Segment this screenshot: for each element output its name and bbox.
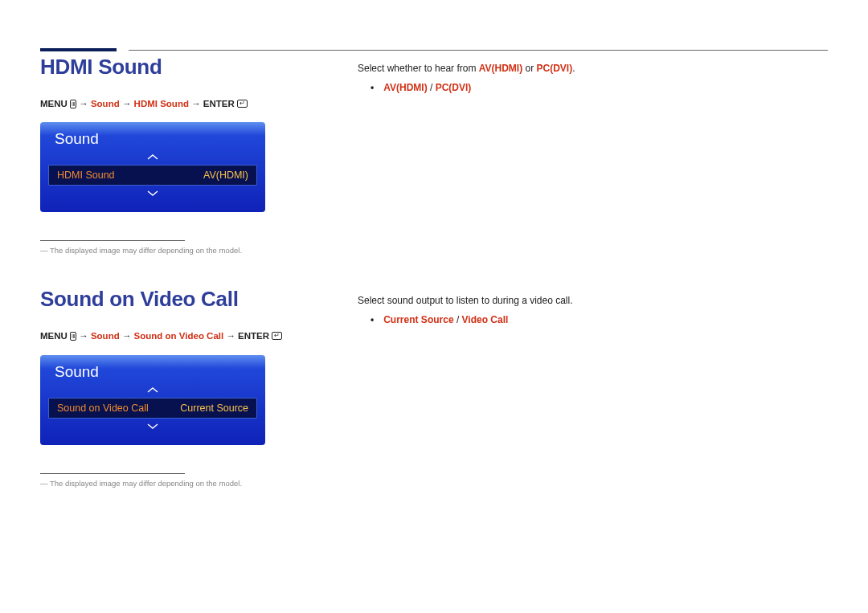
arrow-icon: →: [122, 99, 132, 108]
breadcrumb-enter-label: ENTER: [203, 99, 235, 108]
section-title-hdmi-sound: HDMI Sound: [40, 55, 358, 80]
footnote-video-call: ― The displayed image may differ dependi…: [40, 479, 358, 488]
footnote-text: The displayed image may differ depending…: [50, 246, 242, 255]
dash-icon: ―: [40, 479, 48, 488]
options-hdmi-sound: • AV(HDMI) / PC(DVI): [358, 82, 828, 93]
osd-row-value: Current Source: [180, 403, 248, 414]
breadcrumb-sound: Sound: [91, 99, 120, 108]
desc-pre: Select whether to hear from: [358, 63, 479, 74]
osd-row-value: AV(HDMI): [203, 170, 248, 181]
bullet-icon: •: [371, 82, 374, 93]
breadcrumb-enter-label: ENTER: [238, 331, 269, 341]
enter-icon: [272, 332, 282, 340]
section-title-sound-on-video-call: Sound on Video Call: [40, 287, 358, 312]
desc-pcdvi: PC(DVI): [537, 63, 573, 74]
dash-icon: ―: [40, 246, 48, 255]
option-slash: /: [454, 314, 462, 325]
desc-post: .: [572, 63, 575, 74]
breadcrumb-hdmi-sound: MENU III → Sound → HDMI Sound → ENTER: [40, 97, 358, 111]
breadcrumb-sound-on-video-call: MENU III → Sound → Sound on Video Call →…: [40, 329, 358, 343]
option-current-source: Current Source: [383, 314, 453, 325]
breadcrumb-sound: Sound: [91, 331, 120, 341]
chevron-up-icon[interactable]: [40, 151, 265, 163]
desc-hdmi-sound: Select whether to hear from AV(HDMI) or …: [358, 61, 828, 76]
footnote-rule: [40, 473, 185, 474]
arrow-icon: →: [79, 331, 88, 341]
osd-row-hdmi-sound[interactable]: HDMI Sound AV(HDMI): [48, 165, 257, 186]
osd-row-video-call[interactable]: Sound on Video Call Current Source: [48, 398, 257, 419]
osd-row-label: Sound on Video Call: [57, 403, 149, 414]
footnote-hdmi-sound: ― The displayed image may differ dependi…: [40, 246, 358, 255]
breadcrumb-menu-label: MENU: [40, 99, 68, 108]
option-avhdmi: AV(HDMI): [383, 82, 427, 93]
osd-title: Sound: [40, 355, 265, 384]
chevron-up-icon[interactable]: [40, 384, 265, 396]
desc-avhdmi: AV(HDMI): [479, 63, 522, 74]
desc-mid: or: [522, 63, 536, 74]
footnote-rule: [40, 240, 185, 241]
breadcrumb-menu-label: MENU: [40, 331, 68, 341]
chevron-down-icon[interactable]: [40, 187, 265, 199]
osd-panel-hdmi-sound: Sound HDMI Sound AV(HDMI): [40, 122, 265, 212]
enter-icon: [237, 100, 248, 108]
footnote-text: The displayed image may differ depending…: [50, 479, 242, 488]
bullet-icon: •: [371, 314, 374, 325]
arrow-icon: →: [226, 331, 235, 341]
breadcrumb-video-call-item: Sound on Video Call: [134, 331, 224, 341]
osd-row-label: HDMI Sound: [57, 170, 115, 181]
header-rule-line: [129, 50, 828, 51]
menu-icon: III: [70, 332, 76, 341]
osd-title: Sound: [40, 122, 265, 151]
desc-video-call: Select sound output to listen to during …: [358, 293, 828, 308]
option-pcdvi: PC(DVI): [436, 82, 472, 93]
option-slash: /: [428, 82, 436, 93]
options-video-call: • Current Source / Video Call: [358, 314, 828, 325]
header-rule-accent: [40, 48, 117, 51]
header-rule: [40, 48, 828, 56]
breadcrumb-hdmi-sound-item: HDMI Sound: [134, 99, 189, 108]
menu-icon: III: [70, 100, 76, 108]
sound-on-video-call-section: Sound on Video Call MENU III → Sound → S…: [40, 287, 828, 487]
arrow-icon: →: [191, 99, 201, 108]
arrow-icon: →: [122, 331, 132, 341]
osd-panel-video-call: Sound Sound on Video Call Current Source: [40, 355, 265, 445]
arrow-icon: →: [79, 99, 88, 108]
hdmi-sound-section: HDMI Sound MENU III → Sound → HDMI Sound…: [40, 55, 828, 255]
chevron-down-icon[interactable]: [40, 420, 265, 432]
option-video-call: Video Call: [462, 314, 509, 325]
